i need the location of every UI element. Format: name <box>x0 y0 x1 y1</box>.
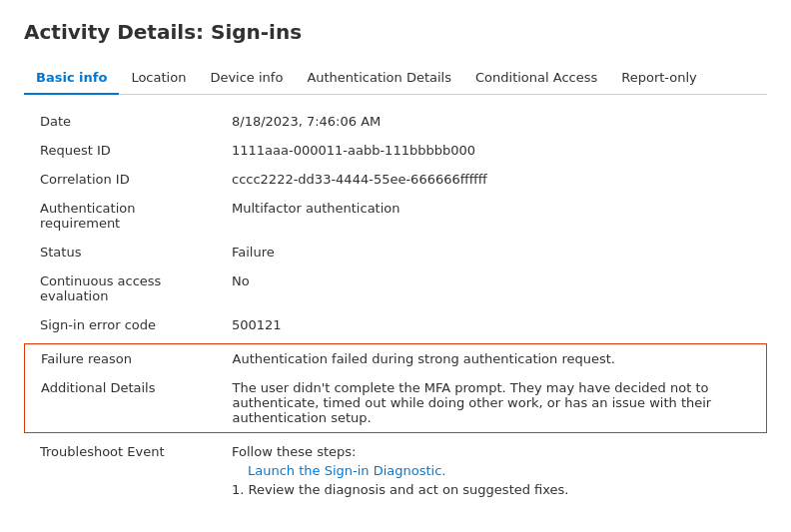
troubleshoot-row: Troubleshoot Event Follow these steps: L… <box>24 437 767 504</box>
tab-conditional-access[interactable]: Conditional Access <box>463 62 609 95</box>
launch-diagnostic-link[interactable]: Launch the Sign-in Diagnostic. <box>248 463 759 478</box>
table-row: Status Failure <box>24 238 767 266</box>
field-label-error-code: Sign-in error code <box>24 310 224 339</box>
tab-location[interactable]: Location <box>119 62 198 95</box>
field-value-status: Failure <box>224 238 767 266</box>
table-row-additional-details: Additional Details The user didn't compl… <box>25 373 767 433</box>
field-label-status: Status <box>24 238 224 266</box>
table-row: Correlation ID cccc2222-dd33-4444-55ee-6… <box>24 165 767 194</box>
troubleshoot-content: Follow these steps: Launch the Sign-in D… <box>224 437 767 504</box>
troubleshoot-label: Troubleshoot Event <box>24 437 224 504</box>
field-label-additional-details: Additional Details <box>25 373 225 433</box>
field-value-additional-details: The user didn't complete the MFA prompt.… <box>225 373 767 433</box>
field-value-correlation-id: cccc2222-dd33-4444-55ee-666666ffffff <box>224 165 767 194</box>
tab-bar: Basic info Location Device info Authenti… <box>24 62 767 95</box>
field-label-correlation-id: Correlation ID <box>24 165 224 194</box>
table-row: Date 8/18/2023, 7:46:06 AM <box>24 107 767 136</box>
tab-device-info[interactable]: Device info <box>198 62 295 95</box>
table-row: Continuous access evaluation No <box>24 266 767 310</box>
field-value-cae: No <box>224 266 767 310</box>
tab-auth-details[interactable]: Authentication Details <box>295 62 463 95</box>
field-value-failure-reason: Authentication failed during strong auth… <box>225 344 767 374</box>
field-label-date: Date <box>24 107 224 136</box>
field-value-error-code: 500121 <box>224 310 767 339</box>
troubleshoot-table: Troubleshoot Event Follow these steps: L… <box>24 437 767 504</box>
field-label-request-id: Request ID <box>24 136 224 165</box>
field-label-failure-reason: Failure reason <box>25 344 225 374</box>
tab-content: Date 8/18/2023, 7:46:06 AM Request ID 11… <box>24 95 767 504</box>
tab-report-only[interactable]: Report-only <box>609 62 709 95</box>
tab-basic-info[interactable]: Basic info <box>24 62 119 95</box>
page-title: Activity Details: Sign-ins <box>24 20 767 44</box>
field-label-cae: Continuous access evaluation <box>24 266 224 310</box>
field-value-request-id[interactable]: 1111aaa-000011-aabb-111bbbbb000 <box>224 136 767 165</box>
highlighted-rows-table: Failure reason Authentication failed dur… <box>24 343 767 433</box>
table-row-failure-reason: Failure reason Authentication failed dur… <box>25 344 767 374</box>
troubleshoot-steps-header: Follow these steps: <box>232 444 759 459</box>
table-row: Request ID 1111aaa-000011-aabb-111bbbbb0… <box>24 136 767 165</box>
field-value-date: 8/18/2023, 7:46:06 AM <box>224 107 767 136</box>
field-value-auth-req: Multifactor authentication <box>224 194 767 238</box>
troubleshoot-step-1: 1. Review the diagnosis and act on sugge… <box>232 482 759 497</box>
info-table: Date 8/18/2023, 7:46:06 AM Request ID 11… <box>24 107 767 339</box>
table-row: Sign-in error code 500121 <box>24 310 767 339</box>
table-row: Authentication requirement Multifactor a… <box>24 194 767 238</box>
field-label-auth-req: Authentication requirement <box>24 194 224 238</box>
